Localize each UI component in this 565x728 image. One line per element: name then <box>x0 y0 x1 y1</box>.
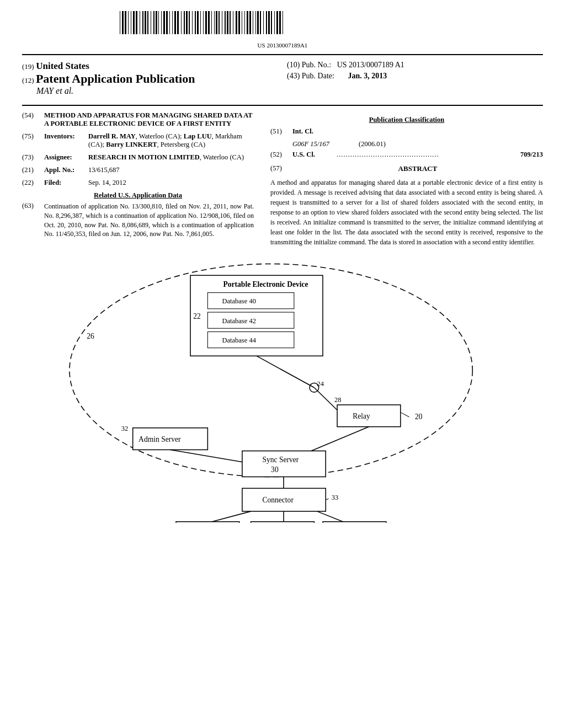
svg-rect-31 <box>161 11 162 34</box>
continuation-field: (63) Continuation of application No. 13/… <box>22 202 254 239</box>
db42-label: Database 42 <box>222 317 256 325</box>
svg-rect-66 <box>210 11 211 34</box>
svg-rect-47 <box>184 11 185 34</box>
label-32: 32 <box>121 425 129 432</box>
svg-rect-74 <box>220 11 222 34</box>
svg-rect-104 <box>262 11 263 34</box>
diagram-svg: Portable Electronic Device Database 40 D… <box>22 258 543 523</box>
svg-rect-24 <box>152 11 153 34</box>
country-label: (19) United States <box>22 61 276 72</box>
svg-rect-75 <box>222 11 222 34</box>
svg-rect-103 <box>260 11 261 34</box>
line-connector-to-db34 <box>207 511 250 523</box>
title-field: (54) METHOD AND APPARATUS FOR MANAGING S… <box>22 111 254 128</box>
svg-rect-28 <box>158 11 158 34</box>
country: United States <box>36 61 89 71</box>
svg-rect-11 <box>133 11 135 34</box>
relay-label: Relay <box>353 412 370 420</box>
svg-rect-101 <box>257 11 259 34</box>
svg-rect-110 <box>270 11 271 34</box>
inventors-short: MAY et al. <box>36 86 276 96</box>
int-cl-num: (51) <box>270 127 292 136</box>
svg-rect-80 <box>229 11 230 34</box>
header-left: (19) United States (12) Patent Applicati… <box>22 61 276 96</box>
svg-rect-86 <box>238 11 238 34</box>
svg-rect-33 <box>163 11 165 34</box>
svg-rect-41 <box>174 11 176 34</box>
svg-rect-34 <box>166 11 166 34</box>
svg-rect-57 <box>197 11 199 34</box>
svg-rect-85 <box>236 11 237 34</box>
svg-rect-72 <box>218 11 218 34</box>
svg-rect-38 <box>170 11 172 34</box>
diagram-area: Portable Electronic Device Database 40 D… <box>22 258 543 523</box>
assignee-num: (73) <box>22 153 44 162</box>
svg-rect-39 <box>172 11 173 34</box>
svg-rect-90 <box>243 11 244 34</box>
svg-rect-82 <box>231 11 233 34</box>
filed-label: Filed: <box>44 179 88 187</box>
db34-box <box>176 522 239 523</box>
svg-rect-17 <box>142 11 143 34</box>
svg-rect-98 <box>254 11 255 34</box>
svg-rect-59 <box>200 11 201 34</box>
svg-rect-52 <box>190 11 192 34</box>
db38-box <box>323 522 386 523</box>
svg-rect-92 <box>246 11 247 34</box>
svg-rect-23 <box>151 11 151 34</box>
db44-label: Database 44 <box>222 336 256 344</box>
svg-rect-114 <box>275 11 276 34</box>
assignee-field: (73) Assignee: RESEARCH IN MOTION LIMITE… <box>22 153 254 162</box>
svg-rect-77 <box>225 11 226 34</box>
svg-rect-89 <box>242 11 242 34</box>
svg-rect-54 <box>193 11 195 34</box>
svg-rect-81 <box>230 11 231 34</box>
svg-rect-76 <box>223 11 225 34</box>
int-cl-value-row: G06F 15/167 (2006.01) <box>292 140 543 148</box>
svg-rect-119 <box>282 11 283 34</box>
svg-rect-1 <box>120 11 120 34</box>
svg-rect-70 <box>215 11 216 34</box>
svg-rect-2 <box>121 11 122 34</box>
label-26: 26 <box>87 332 94 340</box>
svg-rect-12 <box>135 11 136 34</box>
abstract-text: A method and apparatus for managing shar… <box>270 178 543 247</box>
line-device-to-node24 <box>257 356 314 387</box>
pub-type: Patent Application Publication <box>36 72 195 85</box>
svg-rect-71 <box>216 11 217 34</box>
line-connector-to-db38 <box>317 511 346 523</box>
svg-rect-65 <box>208 11 210 34</box>
svg-rect-5 <box>125 11 126 34</box>
svg-rect-53 <box>192 11 193 34</box>
barcode-svg <box>117 11 448 39</box>
abstract-header: (57) ABSTRACT <box>270 164 543 173</box>
us-cl-label: U.S. Cl. <box>292 151 337 159</box>
svg-rect-112 <box>273 11 274 34</box>
db36-box <box>251 522 315 523</box>
svg-rect-61 <box>203 11 204 34</box>
inventors-field: (75) Inventors: Darrell R. MAY, Waterloo… <box>22 132 254 149</box>
right-column: Publication Classification (51) Int. Cl.… <box>270 111 543 247</box>
assignee-value: RESEARCH IN MOTION LIMITED, Waterloo (CA… <box>88 153 254 162</box>
svg-rect-97 <box>253 11 253 34</box>
abstract-section: (57) ABSTRACT A method and apparatus for… <box>270 164 543 247</box>
us-cl-value: 709/213 <box>520 151 543 159</box>
svg-rect-78 <box>226 11 227 34</box>
connector-label: Connector <box>262 496 294 504</box>
us-cl-num: (52) <box>270 151 292 159</box>
svg-rect-8 <box>129 11 131 34</box>
appl-num-value: 13/615,687 <box>88 166 254 174</box>
appl-num-num: (21) <box>22 166 44 174</box>
svg-rect-15 <box>140 11 140 34</box>
svg-rect-42 <box>177 11 177 34</box>
label-30: 30 <box>271 465 279 474</box>
svg-rect-107 <box>266 11 267 34</box>
svg-rect-18 <box>144 11 145 34</box>
int-cl-field: (51) Int. Cl. <box>270 127 543 136</box>
svg-rect-96 <box>252 11 253 34</box>
svg-rect-95 <box>249 11 251 34</box>
related-section-title: Related U.S. Application Data <box>22 191 254 200</box>
svg-rect-58 <box>199 11 200 34</box>
filed-value: Sep. 14, 2012 <box>88 179 254 187</box>
svg-rect-113 <box>274 11 275 34</box>
